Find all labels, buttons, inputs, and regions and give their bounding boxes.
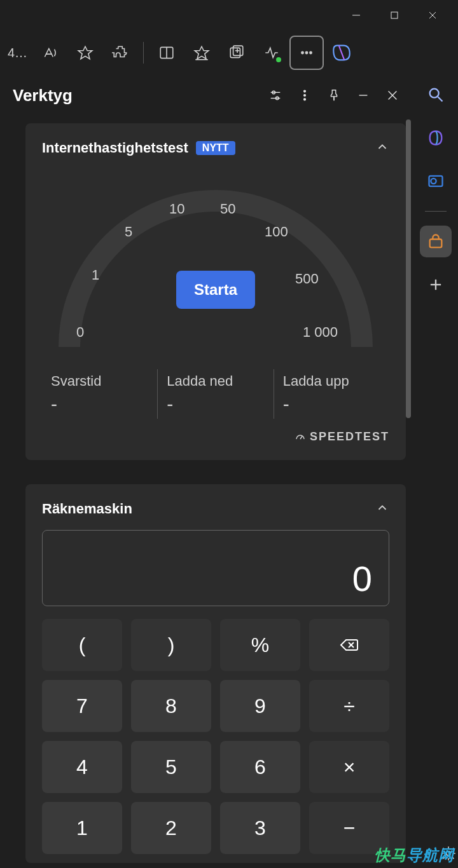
panel-title: Verktyg (13, 86, 261, 105)
calculator-card: Räknemaskin 0 ( ) % 7 8 (25, 484, 406, 863)
toolbar-divider (143, 42, 144, 64)
sidebar-microsoft365-button[interactable] (420, 122, 452, 154)
calculator-title: Räknemaskin (42, 501, 132, 517)
scrollbar-thumb[interactable] (406, 119, 411, 418)
svg-point-20 (304, 90, 306, 92)
performance-button[interactable] (256, 37, 288, 69)
content-area: Verktyg Internetha (0, 75, 458, 868)
key-6[interactable]: 6 (220, 741, 300, 793)
metric-upload-value: - (283, 393, 380, 415)
metric-download: Ladda ned - (157, 369, 273, 419)
gauge-tick-5: 5 (125, 224, 132, 240)
sidebar-add-button[interactable] (420, 269, 452, 301)
calculator-display[interactable]: 0 (42, 530, 389, 606)
calculator-keypad: ( ) % 7 8 9 ÷ 4 5 6 × 1 (42, 619, 389, 854)
favorite-star-button[interactable] (69, 37, 101, 69)
panel-settings-button[interactable] (261, 81, 290, 110)
favorites-button[interactable] (186, 37, 218, 69)
speedtest-gauge: 0 1 5 10 50 100 500 1 000 Starta (42, 163, 389, 366)
svg-point-14 (306, 51, 308, 53)
svg-line-27 (300, 436, 302, 439)
svg-point-33 (431, 179, 436, 184)
gauge-tick-500: 500 (295, 271, 319, 287)
svg-point-22 (304, 98, 306, 100)
key-paren-close[interactable]: ) (131, 619, 211, 671)
svg-marker-4 (78, 46, 92, 59)
key-backspace[interactable] (309, 619, 389, 671)
copilot-button[interactable] (326, 37, 357, 69)
speedtest-provider: SPEEDTEST (42, 430, 389, 444)
gauge-tick-50: 50 (220, 201, 235, 217)
sidebar-search-button[interactable] (420, 79, 452, 111)
panel-more-button[interactable] (290, 81, 319, 110)
speedtest-collapse-button[interactable] (375, 140, 389, 156)
key-8[interactable]: 8 (131, 680, 211, 732)
more-menu-button[interactable] (291, 37, 323, 69)
sidebar-settings-button[interactable] (440, 845, 457, 864)
calculator-header: Räknemaskin (42, 501, 389, 517)
gauge-tick-10: 10 (169, 201, 184, 217)
metric-upload-label: Ladda upp (283, 373, 380, 390)
panel-close-button[interactable] (378, 81, 407, 110)
right-sidebar (413, 75, 458, 868)
extensions-button[interactable] (104, 37, 136, 69)
key-3[interactable]: 3 (220, 802, 300, 854)
metric-upload: Ladda upp - (274, 369, 389, 419)
sidebar-outlook-button[interactable] (420, 165, 452, 197)
tab-label[interactable]: 4… (4, 46, 31, 60)
svg-point-30 (430, 89, 439, 98)
panel-minimize-button[interactable] (349, 81, 378, 110)
key-1[interactable]: 1 (42, 802, 122, 854)
read-aloud-button[interactable] (34, 37, 66, 69)
window-maximize-button[interactable] (375, 0, 413, 31)
metric-ping: Svarstid - (42, 369, 157, 419)
gauge-tick-0: 0 (76, 324, 84, 341)
window-close-button[interactable] (413, 0, 452, 31)
key-4[interactable]: 4 (42, 741, 122, 793)
svg-rect-9 (230, 48, 240, 57)
performance-status-dot (276, 57, 281, 62)
collections-button[interactable] (221, 37, 253, 69)
svg-point-13 (302, 51, 303, 53)
gauge-tick-100: 100 (265, 224, 288, 240)
key-percent[interactable]: % (220, 619, 300, 671)
calculator-collapse-button[interactable] (375, 501, 389, 517)
key-7[interactable]: 7 (42, 680, 122, 732)
panel-header: Verktyg (0, 75, 413, 116)
metric-download-value: - (167, 393, 264, 415)
key-multiply[interactable]: × (309, 741, 389, 793)
svg-rect-1 (391, 12, 398, 18)
window-titlebar (0, 0, 458, 31)
gauge-tick-1: 1 (92, 267, 99, 283)
metric-ping-value: - (51, 393, 148, 415)
speedtest-header: Internethastighetstest NYTT (42, 140, 389, 156)
speedtest-card: Internethastighetstest NYTT 0 1 5 10 (25, 123, 406, 460)
split-screen-button[interactable] (151, 37, 183, 69)
key-9[interactable]: 9 (220, 680, 300, 732)
key-paren-open[interactable]: ( (42, 619, 122, 671)
main-panel: Verktyg Internetha (0, 75, 413, 868)
svg-point-37 (447, 851, 451, 856)
svg-rect-34 (430, 240, 442, 248)
speedtest-provider-label: SPEEDTEST (310, 430, 389, 444)
key-divide[interactable]: ÷ (309, 680, 389, 732)
metric-ping-label: Svarstid (51, 373, 148, 390)
svg-point-15 (310, 51, 312, 53)
speedtest-start-button[interactable]: Starta (176, 271, 255, 309)
key-2[interactable]: 2 (131, 802, 211, 854)
panel-pin-button[interactable] (319, 81, 349, 110)
speedtest-badge: NYTT (196, 141, 235, 155)
sidebar-divider (425, 211, 447, 212)
sidebar-tools-button[interactable] (420, 226, 452, 257)
window-minimize-button[interactable] (337, 0, 375, 31)
panel-scroll-area: Internethastighetstest NYTT 0 1 5 10 (0, 116, 413, 868)
svg-point-21 (304, 95, 306, 97)
speedometer-icon (295, 431, 306, 443)
browser-toolbar: 4… (0, 31, 458, 75)
metric-download-label: Ladda ned (167, 373, 264, 390)
gauge-tick-1000: 1 000 (303, 324, 338, 341)
speedtest-title: Internethastighetstest (42, 140, 188, 156)
key-minus[interactable]: − (309, 802, 389, 854)
key-5[interactable]: 5 (131, 741, 211, 793)
speedtest-metrics: Svarstid - Ladda ned - Ladda upp - (42, 369, 389, 419)
